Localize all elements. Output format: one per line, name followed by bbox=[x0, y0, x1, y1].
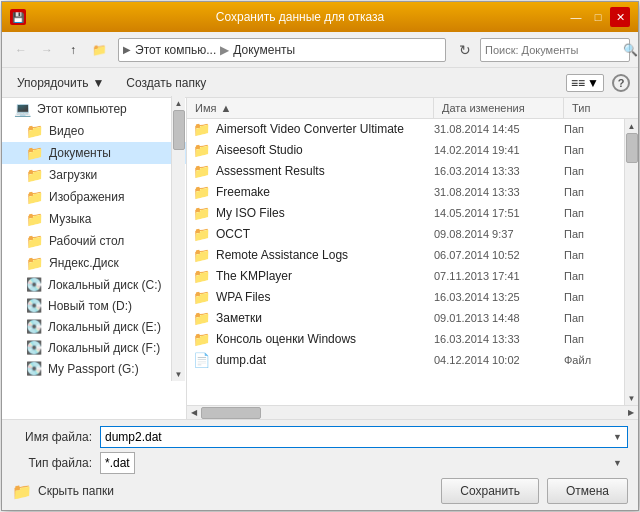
sidebar-item-downloads[interactable]: 📁 Загрузки bbox=[2, 164, 186, 186]
file-scrollbar-h[interactable]: ◀ ▶ bbox=[187, 405, 638, 419]
sidebar-item-drive-f[interactable]: 💽 Локальный диск (F:) bbox=[2, 337, 186, 358]
refresh-button[interactable]: ↻ bbox=[454, 39, 476, 61]
file-row[interactable]: 📁 My ISO Files 14.05.2014 17:51 Пап bbox=[187, 203, 624, 224]
file-scroll-left[interactable]: ◀ bbox=[187, 406, 201, 420]
file-scroll-track-h[interactable] bbox=[201, 406, 624, 420]
music-folder-icon: 📁 bbox=[26, 211, 43, 227]
organize-button[interactable]: Упорядочить ▼ bbox=[10, 73, 111, 93]
file-date: 14.05.2014 17:51 bbox=[434, 207, 564, 219]
file-header: Имя ▲ Дата изменения Тип bbox=[187, 98, 638, 119]
file-name: Aimersoft Video Converter Ultimate bbox=[216, 122, 434, 136]
new-folder-label: Создать папку bbox=[126, 76, 206, 90]
sidebar-item-drive-e[interactable]: 💽 Локальный диск (E:) bbox=[2, 316, 186, 337]
sidebar-computer-label: Этот компьютер bbox=[37, 102, 127, 116]
search-icon: 🔍 bbox=[623, 43, 638, 57]
sidebar-item-computer[interactable]: 💻 Этот компьютер bbox=[2, 98, 186, 120]
search-box[interactable]: 🔍 bbox=[480, 38, 630, 62]
file-scroll-thumb-h[interactable] bbox=[201, 407, 261, 419]
forward-button[interactable]: → bbox=[36, 39, 58, 61]
cancel-button[interactable]: Отмена bbox=[547, 478, 628, 504]
column-date[interactable]: Дата изменения bbox=[434, 98, 564, 118]
hide-folders-button[interactable]: 📁 Скрыть папки bbox=[12, 482, 433, 501]
file-row[interactable]: 📁 OCCT 09.08.2014 9:37 Пап bbox=[187, 224, 624, 245]
file-date: 09.08.2014 9:37 bbox=[434, 228, 564, 240]
file-scroll-up[interactable]: ▲ bbox=[625, 119, 639, 133]
file-row[interactable]: 📁 Aiseesoft Studio 14.02.2014 19:41 Пап bbox=[187, 140, 624, 161]
sidebar-scroll-up[interactable]: ▲ bbox=[172, 98, 186, 110]
file-type: Пап bbox=[564, 144, 624, 156]
sidebar-item-drive-c[interactable]: 💽 Локальный диск (C:) bbox=[2, 274, 186, 295]
file-type: Пап bbox=[564, 228, 624, 240]
address-arrow: ▶ bbox=[123, 44, 131, 55]
file-row[interactable]: 📄 dump.dat 04.12.2014 10:02 Файл bbox=[187, 350, 624, 371]
file-scrollbar-v[interactable]: ▲ ▼ bbox=[624, 119, 638, 405]
file-area: Имя ▲ Дата изменения Тип 📁 Aimersoft Vid… bbox=[187, 98, 638, 419]
file-row[interactable]: 📁 Aimersoft Video Converter Ultimate 31.… bbox=[187, 119, 624, 140]
sidebar-scroll-track[interactable] bbox=[172, 110, 186, 367]
file-row[interactable]: 📁 WPA Files 16.03.2014 13:25 Пап bbox=[187, 287, 624, 308]
filename-input[interactable] bbox=[100, 426, 628, 448]
file-date: 16.03.2014 13:33 bbox=[434, 165, 564, 177]
filetype-select[interactable]: *.dat bbox=[100, 452, 135, 474]
sidebar-scroll-thumb[interactable] bbox=[173, 110, 185, 150]
file-date: 06.07.2014 10:52 bbox=[434, 249, 564, 261]
file-icon: 📁 bbox=[193, 184, 210, 200]
minimize-button[interactable]: — bbox=[566, 7, 586, 27]
file-name: My ISO Files bbox=[216, 206, 434, 220]
bottom-bar: Имя файла: Тип файла: *.dat 📁 Скрыть пап… bbox=[2, 419, 638, 510]
up-button[interactable]: ↑ bbox=[62, 39, 84, 61]
file-date: 31.08.2014 13:33 bbox=[434, 186, 564, 198]
address-computer: Этот компью... bbox=[135, 43, 216, 57]
sidebar-item-drive-g[interactable]: 💽 My Passport (G:) bbox=[2, 358, 186, 379]
drive-d-icon: 💽 bbox=[26, 298, 42, 313]
sidebar-scroll-down[interactable]: ▼ bbox=[172, 367, 186, 381]
hide-folders-label: Скрыть папки bbox=[38, 484, 114, 498]
file-row[interactable]: 📁 The KMPlayer 07.11.2013 17:41 Пап bbox=[187, 266, 624, 287]
search-input[interactable] bbox=[485, 44, 623, 56]
file-date: 14.02.2014 19:41 bbox=[434, 144, 564, 156]
view-dropdown-icon: ▼ bbox=[587, 76, 599, 90]
file-row[interactable]: 📁 Заметки 09.01.2013 14:48 Пап bbox=[187, 308, 624, 329]
column-name[interactable]: Имя ▲ bbox=[187, 98, 434, 118]
file-scroll-down[interactable]: ▼ bbox=[625, 391, 639, 405]
sidebar-item-yandex[interactable]: 📁 Яндекс.Диск bbox=[2, 252, 186, 274]
help-button[interactable]: ? bbox=[612, 74, 630, 92]
close-button[interactable]: ✕ bbox=[610, 7, 630, 27]
desktop-folder-icon: 📁 bbox=[26, 233, 43, 249]
file-row[interactable]: 📁 Консоль оценки Windows 16.03.2014 13:3… bbox=[187, 329, 624, 350]
sidebar-scrollbar[interactable]: ▲ ▼ bbox=[171, 98, 185, 381]
sidebar-drive-e-label: Локальный диск (E:) bbox=[48, 320, 161, 334]
file-row[interactable]: 📁 Assessment Results 16.03.2014 13:33 Па… bbox=[187, 161, 624, 182]
view-button[interactable]: ≡≡ ▼ bbox=[566, 74, 604, 92]
column-type[interactable]: Тип bbox=[564, 98, 624, 118]
file-icon: 📁 bbox=[193, 310, 210, 326]
new-folder-button[interactable]: Создать папку bbox=[119, 73, 213, 93]
file-scroll-track[interactable] bbox=[625, 133, 639, 391]
sidebar-item-images[interactable]: 📁 Изображения bbox=[2, 186, 186, 208]
file-icon: 📁 bbox=[193, 226, 210, 242]
back-button[interactable]: ← bbox=[10, 39, 32, 61]
filename-label: Имя файла: bbox=[12, 430, 92, 444]
maximize-button[interactable]: □ bbox=[588, 7, 608, 27]
titlebar: 💾 Сохранить данные для отказа — □ ✕ bbox=[2, 2, 638, 32]
file-icon: 📁 bbox=[193, 289, 210, 305]
sidebar-item-drive-d[interactable]: 💽 Новый том (D:) bbox=[2, 295, 186, 316]
sidebar-images-label: Изображения bbox=[49, 190, 124, 204]
filename-row: Имя файла: bbox=[12, 426, 628, 448]
address-bar[interactable]: ▶ Этот компью... ▶ Документы bbox=[118, 38, 446, 62]
file-scroll-right[interactable]: ▶ bbox=[624, 406, 638, 420]
sidebar: 💻 Этот компьютер 📁 Видео 📁 Документы 📁 З… bbox=[2, 98, 187, 419]
file-row[interactable]: 📁 Freemake 31.08.2014 13:33 Пап bbox=[187, 182, 624, 203]
downloads-folder-icon: 📁 bbox=[26, 167, 43, 183]
save-button[interactable]: Сохранить bbox=[441, 478, 539, 504]
file-row[interactable]: 📁 Remote Assistance Logs 06.07.2014 10:5… bbox=[187, 245, 624, 266]
sidebar-item-music[interactable]: 📁 Музыка bbox=[2, 208, 186, 230]
file-scroll-thumb[interactable] bbox=[626, 133, 638, 163]
sidebar-item-video[interactable]: 📁 Видео bbox=[2, 120, 186, 142]
sidebar-item-documents[interactable]: 📁 Документы bbox=[2, 142, 186, 164]
address-folder: Документы bbox=[233, 43, 295, 57]
file-type: Пап bbox=[564, 312, 624, 324]
sidebar-drive-c-label: Локальный диск (C:) bbox=[48, 278, 162, 292]
sidebar-item-desktop[interactable]: 📁 Рабочий стол bbox=[2, 230, 186, 252]
dialog-title: Сохранить данные для отказа bbox=[34, 10, 566, 24]
